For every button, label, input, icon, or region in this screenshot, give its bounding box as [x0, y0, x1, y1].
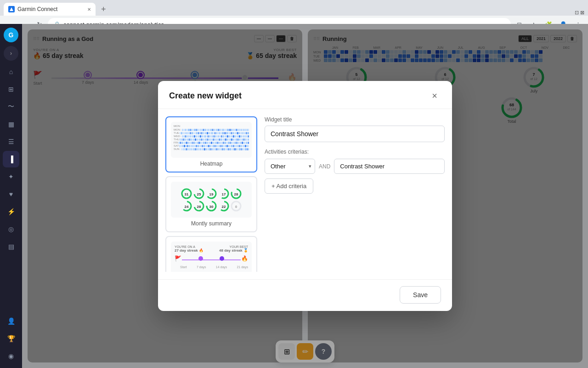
sidebar-item-run[interactable]: ⚡	[3, 203, 19, 220]
sidebar-item-analytics[interactable]: ▐	[3, 151, 19, 167]
svg-text:17: 17	[222, 192, 226, 196]
window-controls: ⊡ ⊠	[575, 10, 588, 16]
streak-option[interactable]: YOU'RE ON A27 day streak 🔥 YOUR BEST48 d…	[165, 236, 257, 272]
tab-title: Garmin Connect	[17, 6, 85, 12]
sidebar-item-calendar[interactable]: ▦	[3, 116, 19, 132]
widget-title-group: Widget title	[265, 116, 445, 142]
criteria-operator-label: AND	[319, 163, 330, 170]
criteria-row: Other Running Cycling Swimming Walking C…	[265, 159, 445, 174]
sidebar-item-home[interactable]: ⌂	[3, 63, 19, 80]
widget-title-input[interactable]	[265, 126, 445, 142]
svg-text:30: 30	[209, 205, 214, 209]
browser-chrome: Garmin Connect ✕ + ⊡ ⊠ ← → ↻ 🔒 connect.g…	[0, 0, 588, 24]
widget-type-list: MON MONTUEWEDTHUFRISATSUN Heatmap	[165, 116, 257, 272]
sidebar-item-list[interactable]: ☰	[3, 133, 19, 150]
svg-text:31: 31	[185, 192, 189, 196]
svg-text:22: 22	[222, 205, 226, 209]
sidebar-toggle[interactable]: ›	[4, 46, 18, 61]
main-content: ⠿⠿ Running as a God — — — 🗑 YOU'RE ON A …	[22, 24, 588, 368]
modal-header: Create new widget ×	[158, 81, 452, 109]
sidebar-item-reports[interactable]: ▤	[3, 238, 19, 255]
new-tab-button[interactable]: +	[97, 3, 110, 16]
sidebar-item-badges[interactable]: 🏆	[3, 330, 19, 347]
activities-criterias-group: Activities criterias: Other Running Cycl…	[265, 149, 445, 194]
svg-text:0: 0	[235, 205, 237, 209]
sidebar-item-explore[interactable]: ◎	[3, 221, 19, 237]
criteria-value-input[interactable]	[334, 159, 445, 174]
modal-close-button[interactable]: ×	[428, 89, 441, 102]
modal-overlay[interactable]: Create new widget × MON	[22, 24, 588, 368]
close-tab-icon[interactable]: ✕	[87, 7, 91, 12]
monthly-summary-option[interactable]: 31 25 19 17 28 24 28 30 22 0	[165, 176, 257, 232]
tab-favicon	[8, 6, 15, 12]
sidebar-item-activity[interactable]: 〜	[3, 98, 19, 115]
sidebar-item-settings[interactable]: ◉	[3, 348, 19, 364]
svg-text:19: 19	[209, 192, 214, 196]
sidebar: G › ⌂ ⊞ 〜 ▦ ☰ ▐ ✦ ♥ ⚡ ◎ ▤ 👤 🏆 ◉	[0, 24, 22, 368]
save-button[interactable]: Save	[400, 286, 441, 304]
modal-title: Create new widget	[169, 91, 242, 101]
sidebar-logo: G	[4, 28, 18, 42]
criteria-type-select-wrapper: Other Running Cycling Swimming Walking C…	[265, 159, 315, 174]
active-tab[interactable]: Garmin Connect ✕	[4, 3, 96, 16]
sidebar-item-community[interactable]: 👤	[3, 313, 19, 329]
widget-config: Widget title Activities criterias: Other	[265, 116, 445, 272]
activities-criterias-label: Activities criterias:	[265, 149, 445, 155]
modal-footer: Save	[158, 279, 452, 311]
sidebar-item-training[interactable]: ✦	[3, 168, 19, 185]
sidebar-item-health[interactable]: ♥	[3, 186, 19, 202]
svg-text:28: 28	[234, 192, 238, 196]
svg-text:25: 25	[197, 192, 201, 196]
modal: Create new widget × MON	[158, 81, 452, 311]
monthly-option-label: Montly summary	[171, 220, 252, 227]
heatmap-option-label: Heatmap	[171, 161, 252, 167]
modal-body: MON MONTUEWEDTHUFRISATSUN Heatmap	[158, 109, 452, 272]
heatmap-option[interactable]: MON MONTUEWEDTHUFRISATSUN Heatmap	[165, 116, 257, 172]
svg-text:28: 28	[197, 205, 201, 209]
sidebar-item-layers[interactable]: ⊞	[3, 81, 19, 98]
svg-text:24: 24	[185, 205, 189, 209]
criteria-type-select[interactable]: Other Running Cycling Swimming Walking C…	[265, 159, 315, 174]
svg-marker-0	[10, 7, 13, 11]
add-criteria-button[interactable]: + Add criteria	[265, 178, 313, 194]
widget-title-label: Widget title	[265, 116, 445, 123]
